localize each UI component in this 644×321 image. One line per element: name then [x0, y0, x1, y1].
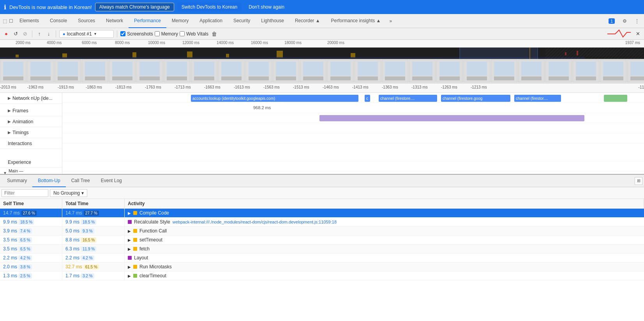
row0-expand[interactable]: ▶ [128, 211, 131, 215]
svg-rect-62 [412, 62, 432, 76]
filter-bar: No Grouping ▾ [0, 187, 644, 199]
download-btn[interactable]: ↓ [45, 30, 53, 38]
sidebar-animation[interactable]: ▶ Animation [0, 116, 62, 127]
sidebar-animation-label: Animation [12, 119, 33, 124]
clear-btn[interactable]: 🗑 [212, 31, 217, 37]
network-expand-arrow[interactable]: ▶ [8, 96, 11, 100]
row2-expand[interactable]: ▶ [128, 229, 131, 233]
recording-indicator [607, 28, 631, 39]
sidebar-interactions[interactable]: Interactions [0, 138, 62, 149]
tab-perf-insights[interactable]: Performance insights ▲ [326, 14, 386, 28]
row3-expand[interactable]: ▶ [128, 238, 131, 242]
timeline-overview[interactable]: 2000 ms 4000 ms 6000 ms 8000 ms 10000 ms… [0, 40, 644, 59]
main-expand-arrow[interactable]: ▼ [3, 171, 7, 174]
tab-more[interactable]: » [386, 17, 395, 25]
activity-table[interactable]: Self Time Total Time Activity 14.7 ms 27… [0, 199, 644, 321]
notification-badge[interactable]: 1 [605, 17, 618, 25]
settings-btn[interactable]: ⚙ [619, 17, 630, 25]
tab-summary[interactable]: Summary [2, 175, 32, 187]
table-row[interactable]: 3.5 ms 6.5 % 6.3 ms 11.9 % ▶ fetch [0, 245, 644, 254]
flame-channel1-bar[interactable]: channel (firestore.... [379, 95, 437, 102]
row6-expand[interactable]: ▶ [128, 265, 131, 269]
svg-rect-2 [132, 52, 136, 58]
filter-input[interactable] [2, 189, 48, 197]
tab-security[interactable]: Security [228, 14, 256, 28]
tab-sources[interactable]: Sources [72, 14, 101, 28]
svg-rect-60 [385, 76, 405, 80]
table-row[interactable]: 3.5 ms 6.5 % 8.8 ms 16.5 % ▶ setTimeout [0, 236, 644, 245]
svg-rect-26 [85, 62, 105, 76]
tab-network[interactable]: Network [101, 14, 129, 28]
flame-channel2-bar[interactable]: channel (firestore.goog [441, 95, 510, 102]
flame-animation-bar[interactable] [319, 115, 584, 121]
svg-rect-8 [460, 48, 538, 59]
devtools-inspect-icon[interactable]: ⬚ [2, 18, 8, 24]
reload-btn[interactable]: ↺ [12, 30, 19, 38]
more-options-icon: ⋮ [635, 18, 639, 24]
flame-accounts-bar[interactable]: accounts:lookup (identitytoolkit.googlea… [191, 95, 358, 102]
memory-toggle[interactable]: Memory [155, 31, 178, 37]
sidebar-timings[interactable]: ▶ Timings [0, 127, 62, 138]
col-self-time[interactable]: Self Time [0, 199, 62, 208]
tab-console[interactable]: Console [44, 14, 72, 28]
devtools-device-icon[interactable]: ☐ [8, 18, 14, 24]
close-panel-btn[interactable]: ✕ [634, 30, 642, 38]
devtools-main: ℹ DevTools is now available in Korean! A… [0, 0, 644, 321]
tab-bottom-up[interactable]: Bottom-Up [32, 175, 65, 187]
url-value: localhost #1 [67, 31, 92, 37]
table-row[interactable]: 2.2 ms 4.2 % 2.2 ms 4.2 % Layout [0, 254, 644, 262]
flame-green-bar[interactable] [604, 95, 627, 102]
notification-text: DevTools is now available in Korean! [9, 4, 92, 10]
row4-expand[interactable]: ▶ [128, 247, 131, 251]
row1-link[interactable]: webpack-internal:///./node_modules/react… [173, 220, 337, 224]
btn-dismiss[interactable]: Don't show again [245, 3, 288, 11]
upload-btn[interactable]: ↑ [35, 30, 43, 38]
memory-checkbox[interactable] [155, 31, 160, 36]
tab-lighthouse[interactable]: Lighthouse [256, 14, 289, 28]
tab-memory[interactable]: Memory [166, 14, 194, 28]
table-row[interactable]: 2.0 ms 3.8 % 32.7 ms 61.5 % ▶ Run Microt… [0, 262, 644, 271]
url-select-box[interactable]: ● localhost #1 ▾ [59, 30, 114, 38]
timings-expand-arrow[interactable]: ▶ [8, 130, 11, 135]
stop-btn[interactable]: ⊘ [21, 30, 29, 38]
table-row[interactable]: 3.9 ms 7.4 % 5.0 ms 9.3 % ▶ Function Cal… [0, 227, 644, 236]
btn-language[interactable]: Always match Chrome's language [95, 3, 174, 11]
svg-rect-80 [576, 62, 596, 76]
sidebar-main[interactable]: ▼ Main — http://localhost:3000/login [0, 168, 62, 174]
screenshots-toggle[interactable]: Screenshots [120, 31, 153, 37]
notification-bar: ℹ DevTools is now available in Korean! A… [0, 0, 644, 14]
svg-rect-20 [30, 62, 51, 76]
tab-application[interactable]: Application [194, 14, 228, 28]
close-bottom-panel-btn[interactable]: ⊞ [635, 177, 642, 185]
btn-switch[interactable]: Switch DevTools to Korean [177, 3, 242, 11]
table-row[interactable]: 1.3 ms 2.5 % 1.7 ms 3.2 % ▶ clearTimeout [0, 271, 644, 280]
grouping-select[interactable]: No Grouping ▾ [50, 189, 87, 197]
tab-call-tree[interactable]: Call Tree [66, 175, 95, 187]
tab-event-log[interactable]: Event Log [95, 175, 127, 187]
minimap[interactable] [0, 48, 644, 59]
sidebar-frames[interactable]: ▶ Frames [0, 105, 62, 116]
svg-rect-35 [167, 62, 187, 76]
svg-rect-75 [521, 76, 542, 80]
tab-recorder[interactable]: Recorder ▲ [289, 14, 326, 28]
animation-expand-arrow[interactable]: ▶ [8, 119, 11, 124]
table-row[interactable]: 14.7 ms 27.6 % 14.7 ms 27.7 % ▶ Compile … [0, 209, 644, 218]
screenshots-checkbox[interactable] [120, 31, 125, 36]
record-btn[interactable]: ● [2, 30, 10, 38]
sidebar-experience-label: Experience [8, 160, 31, 165]
col-activity[interactable]: Activity [125, 199, 644, 208]
webvitals-toggle[interactable]: Web Vitals [180, 31, 208, 37]
table-row[interactable]: 9.9 ms 18.5 % 9.9 ms 18.5 % Recalculate … [0, 218, 644, 227]
flame-content[interactable]: accounts:lookup (identitytoolkit.googlea… [62, 93, 644, 174]
flame-c-bar[interactable]: c [365, 95, 370, 102]
col-total-time[interactable]: Total Time [62, 199, 125, 208]
sidebar-network[interactable]: ▶ Network nUp (ide... [0, 93, 62, 104]
tab-elements[interactable]: Elements [14, 14, 44, 28]
tab-performance[interactable]: Performance [129, 14, 166, 28]
flame-channel3-bar[interactable]: channel (firestor.... [514, 95, 561, 102]
frames-expand-arrow[interactable]: ▶ [8, 108, 11, 113]
more-options-btn[interactable]: ⋮ [632, 17, 642, 25]
row7-expand[interactable]: ▶ [128, 274, 131, 278]
webvitals-checkbox[interactable] [180, 31, 185, 36]
sidebar-experience[interactable]: Experience [0, 157, 62, 168]
